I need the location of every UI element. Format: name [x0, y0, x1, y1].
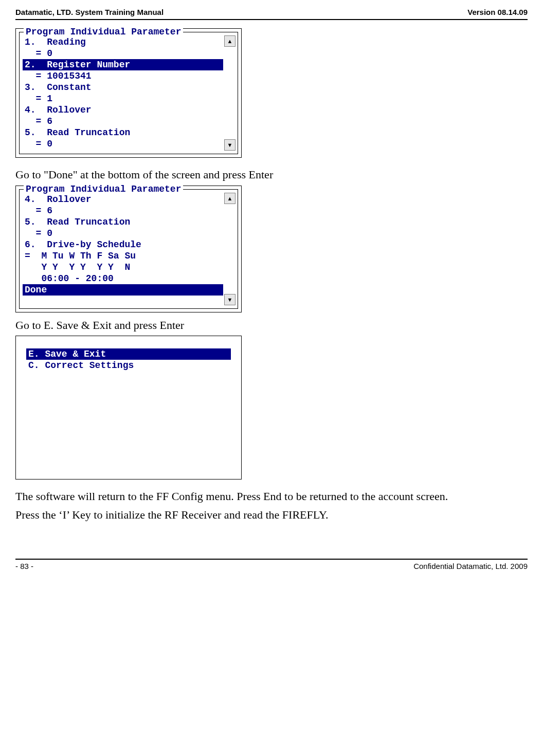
- list1-row[interactable]: 1. Reading: [23, 36, 223, 48]
- list1-row: = 1: [23, 93, 223, 104]
- instruction-1: Go to "Done" at the bottom of the screen…: [15, 167, 528, 182]
- page-container: Datamatic, LTD. System Training Manual V…: [0, 0, 543, 581]
- list1-row: = 0: [23, 138, 223, 150]
- header-right: Version 08.14.09: [467, 8, 528, 16]
- list-body-3[interactable]: E. Save & Exit C. Correct Settings: [24, 346, 233, 373]
- fieldset-1: Program Individual Parameter 1. Reading …: [19, 32, 238, 154]
- list-area-1: 1. Reading = 0 2. Register Number = 1001…: [22, 34, 236, 152]
- scroll-up-icon[interactable]: ▲: [224, 193, 236, 204]
- footer-confidential: Confidential Datamatic, Ltd. 2009: [413, 562, 528, 570]
- scroll-up-icon[interactable]: ▲: [224, 35, 236, 47]
- list3-row-save-exit[interactable]: E. Save & Exit: [26, 348, 231, 360]
- list2-row[interactable]: 6. Drive-by Schedule: [23, 239, 223, 250]
- list2-row: = 0: [23, 228, 223, 239]
- list1-row[interactable]: 5. Read Truncation: [23, 127, 223, 138]
- list1-row[interactable]: 3. Constant: [23, 82, 223, 93]
- list1-row: = 10015341: [23, 70, 223, 82]
- header-rule: [15, 19, 528, 20]
- list1-row-selected[interactable]: 2. Register Number: [23, 59, 223, 70]
- list-body-1[interactable]: 1. Reading = 0 2. Register Number = 1001…: [22, 34, 224, 152]
- list1-row[interactable]: 4. Rollover: [23, 104, 223, 116]
- page-header: Datamatic, LTD. System Training Manual V…: [15, 8, 528, 18]
- scrollbar-2[interactable]: ▲ ▼: [224, 192, 236, 306]
- scroll-down-icon[interactable]: ▼: [224, 294, 236, 305]
- screenshot-save-exit: E. Save & Exit C. Correct Settings: [15, 336, 242, 480]
- header-left: Datamatic, LTD. System Training Manual: [15, 8, 164, 16]
- instruction-3: The software will return to the FF Confi…: [15, 489, 528, 504]
- legend-1: Program Individual Parameter: [24, 27, 183, 37]
- list-area-2: 4. Rollover = 6 5. Read Truncation = 0 6…: [22, 192, 236, 306]
- footer-page-number: - 83 -: [15, 562, 33, 570]
- list2-row[interactable]: 5. Read Truncation: [23, 216, 223, 228]
- instruction-2: Go to E. Save & Exit and press Enter: [15, 318, 528, 333]
- legend-2: Program Individual Parameter: [24, 184, 183, 194]
- list2-row-done[interactable]: Done: [23, 284, 223, 296]
- list2-row: 06:00 - 20:00: [23, 273, 223, 284]
- page-footer: - 83 - Confidential Datamatic, Ltd. 2009: [15, 562, 528, 570]
- list1-row: = 0: [23, 48, 223, 59]
- list1-row: = 6: [23, 116, 223, 127]
- footer-rule: [15, 559, 528, 560]
- list2-row: Y Y Y Y Y Y N: [23, 262, 223, 273]
- screenshot-program-parameter-top: Program Individual Parameter 1. Reading …: [15, 28, 242, 158]
- scroll-down-icon[interactable]: ▼: [224, 139, 236, 151]
- list2-row: = M Tu W Th F Sa Su: [23, 250, 223, 262]
- fieldset-2: Program Individual Parameter 4. Rollover…: [19, 189, 238, 309]
- list2-row: = 6: [23, 205, 223, 216]
- instruction-4: Press the ‘I’ Key to initialize the RF R…: [15, 507, 528, 523]
- list3-row-correct-settings[interactable]: C. Correct Settings: [26, 360, 231, 371]
- list2-row[interactable]: 4. Rollover: [23, 194, 223, 205]
- list-body-2[interactable]: 4. Rollover = 6 5. Read Truncation = 0 6…: [22, 192, 224, 306]
- screenshot-program-parameter-done: Program Individual Parameter 4. Rollover…: [15, 186, 242, 312]
- scrollbar-1[interactable]: ▲ ▼: [224, 34, 236, 152]
